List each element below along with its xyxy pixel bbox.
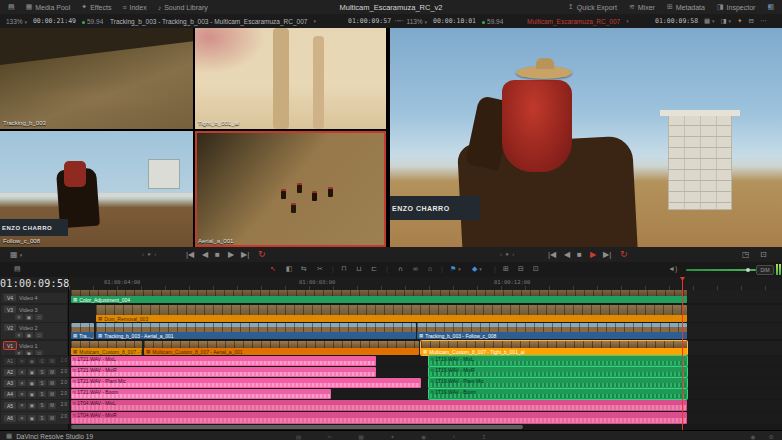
track-mute-button[interactable]: M xyxy=(48,369,56,375)
track-header-v4[interactable]: V4 Video 4 xyxy=(1,293,67,303)
audio-clip-selected[interactable]: ≈ 1T19.WAV - Plant Mic xyxy=(429,378,687,388)
playhead[interactable] xyxy=(682,277,683,430)
track-badge-v4[interactable]: V4 xyxy=(4,294,16,301)
track-auto-select-button[interactable]: ▣ xyxy=(28,358,36,364)
track-solo-button[interactable]: S xyxy=(38,415,46,421)
track-mute-button[interactable]: M xyxy=(48,391,56,397)
track-mute-button[interactable]: M xyxy=(48,358,56,364)
fit-zoom-button[interactable]: ⊟ xyxy=(518,265,524,273)
record-more-icon[interactable]: ⋯ xyxy=(394,17,401,25)
multicam-angle-follow[interactable]: ENZO CHARRO Follow_c_008 xyxy=(0,131,193,247)
multicam-view-select[interactable]: ▦ ▾ xyxy=(10,250,22,259)
track-header-a2[interactable]: A2 ≡ ▣ S M 2.0 xyxy=(1,367,70,377)
grid-view-toggle-icon[interactable]: ▦ ▾ xyxy=(704,17,714,25)
source-play-reverse-button[interactable]: ◀ xyxy=(202,250,208,259)
track-enable-button[interactable]: □ xyxy=(35,350,43,355)
track-header-v3[interactable]: V3 Video 3 ≡ ▣ □ xyxy=(1,305,67,322)
track-badge-a4[interactable]: A4 xyxy=(4,391,16,398)
track-lock-button[interactable]: ≡ xyxy=(15,350,23,355)
page-cut-icon[interactable]: ✂ xyxy=(327,433,332,440)
project-settings-gear-icon[interactable]: ⚙ xyxy=(769,433,774,440)
detail-zoom-button[interactable]: ⊡ xyxy=(533,265,539,273)
fullscreen-icon[interactable]: ⊡ xyxy=(760,250,767,259)
timeline-clip-selected[interactable]: ▦ Multicam_Custom_8_007 - Tight_b_001_al xyxy=(421,341,687,355)
record-loop-button[interactable]: ↻ xyxy=(620,249,628,259)
page-deliver-icon[interactable]: ↥ xyxy=(481,433,486,440)
timeline-clip[interactable]: ▦ Tra..._al xyxy=(71,323,94,339)
audio-clip[interactable]: ≈ 1T04.WAV - MixR xyxy=(71,412,687,424)
track-badge-v1[interactable]: V1 xyxy=(4,342,16,349)
track-solo-button[interactable]: S xyxy=(38,358,46,364)
audio-clip[interactable]: ≈ 1T21.WAV - MixL xyxy=(71,356,376,366)
track-badge-a1[interactable]: A1 xyxy=(4,358,16,365)
timeline-clip[interactable]: ▦ Tracking_b_003 - Follow_c_008 xyxy=(417,323,687,339)
track-auto-select-button[interactable]: ▣ xyxy=(28,380,36,386)
record-viewer[interactable]: ENZO CHARRO xyxy=(390,28,782,247)
blade-tool-button[interactable]: ✂ xyxy=(317,265,323,273)
record-next-clip-button[interactable]: ▶| xyxy=(603,250,611,259)
track-auto-select-button[interactable]: ▣ xyxy=(25,350,33,355)
track-auto-select-button[interactable]: ▣ xyxy=(25,332,33,338)
overwrite-clip-button[interactable]: ⊔ xyxy=(356,265,361,273)
page-fairlight-icon[interactable]: ♪ xyxy=(452,433,455,440)
index-button[interactable]: ≡ Index xyxy=(122,4,146,11)
source-loop-button[interactable]: ↻ xyxy=(258,249,266,259)
viewer-more-icon[interactable]: ⋯ xyxy=(760,17,767,25)
position-lock-button[interactable]: ⌂ xyxy=(428,265,432,272)
source-stop-button[interactable]: ■ xyxy=(215,250,220,259)
link-clips-button[interactable]: ∞ xyxy=(413,265,418,272)
page-edit-icon[interactable]: ▦ xyxy=(358,433,364,440)
track-enable-button[interactable]: □ xyxy=(35,314,43,320)
record-play-reverse-button[interactable]: ◀ xyxy=(564,250,570,259)
track-lock-button[interactable]: ≡ xyxy=(18,358,26,364)
gang-modes-icon[interactable]: ◨ ▾ xyxy=(721,17,731,25)
timeline-clip-dust-removal[interactable]: ▦ Dust_Removal_003 xyxy=(96,305,687,322)
page-media-icon[interactable]: ▤ xyxy=(296,433,302,440)
track-lock-button[interactable]: ≡ xyxy=(18,391,26,397)
marker-button[interactable]: ◆ ▾ xyxy=(472,265,482,273)
track-header-v2[interactable]: V2 Video 2 ≡ ▣ □ xyxy=(1,323,67,339)
track-auto-select-button[interactable]: ▣ xyxy=(28,415,36,421)
replace-clip-button[interactable]: ⊏ xyxy=(371,265,377,273)
track-solo-button[interactable]: S xyxy=(38,391,46,397)
audio-clip[interactable]: ≈ 1T21.WAV - MixR xyxy=(71,367,376,377)
record-play-button[interactable]: ▶ xyxy=(590,250,596,259)
track-solo-button[interactable]: S xyxy=(38,403,46,409)
track-lock-button[interactable]: ≡ xyxy=(18,369,26,375)
track-mute-button[interactable]: M xyxy=(48,403,56,409)
record-stop-button[interactable]: ■ xyxy=(577,250,582,259)
source-next-clip-button[interactable]: ▶| xyxy=(241,250,249,259)
dim-button[interactable]: DIM xyxy=(756,265,774,275)
record-zoom-select[interactable]: 113% ▾ xyxy=(407,18,427,25)
multicam-angle-tracking[interactable]: Tracking_b_003 xyxy=(0,28,193,129)
page-color-icon[interactable]: ◉ xyxy=(421,433,426,440)
track-header-a4[interactable]: A4 ≡ ▣ S M 2.0 xyxy=(1,389,70,399)
track-mute-button[interactable]: M xyxy=(48,415,56,421)
right-panel-toggle-icon[interactable]: ▥ xyxy=(767,3,774,11)
track-badge-a5[interactable]: A5 xyxy=(4,402,16,409)
snapping-button[interactable]: ∩ xyxy=(398,265,403,272)
mixer-button[interactable]: ≋ Mixer xyxy=(629,3,655,11)
media-pool-button[interactable]: ▦ Media Pool xyxy=(26,3,71,11)
dual-screen-icon[interactable]: ⊟ xyxy=(748,17,753,25)
record-jog-control[interactable]: ‹ ● › xyxy=(500,251,514,257)
track-badge-v2[interactable]: V2 xyxy=(4,324,16,331)
track-header-a3[interactable]: A3 ≡ ▣ S M 2.0 xyxy=(1,378,70,388)
color-overlay-icon[interactable]: ✦ xyxy=(737,17,742,25)
track-auto-select-button[interactable]: ▣ xyxy=(25,314,33,320)
track-lock-button[interactable]: ≡ xyxy=(15,314,23,320)
panel-toggle-icon[interactable]: ▤ xyxy=(8,3,15,11)
track-solo-button[interactable]: S xyxy=(38,380,46,386)
selection-tool-button[interactable]: ↖ xyxy=(270,265,276,273)
track-solo-button[interactable]: S xyxy=(38,369,46,375)
track-lock-button[interactable]: ≡ xyxy=(15,332,23,338)
timeline-options-icon[interactable]: ▤ xyxy=(14,265,21,273)
source-prev-clip-button[interactable]: |◀ xyxy=(186,250,194,259)
multicam-angle-tight[interactable]: Tight_b_001_al xyxy=(195,28,386,129)
track-auto-select-button[interactable]: ▣ xyxy=(28,403,36,409)
timeline-horizontal-scrollbar[interactable] xyxy=(71,425,523,429)
metadata-button[interactable]: ⊞ Metadata xyxy=(667,3,705,11)
flag-button[interactable]: ⚑ ▾ xyxy=(450,265,461,273)
audio-clip[interactable]: ≈ 1T21.WAV - Boom xyxy=(71,389,331,399)
source-jog-control[interactable]: ‹ ● › xyxy=(142,251,156,257)
